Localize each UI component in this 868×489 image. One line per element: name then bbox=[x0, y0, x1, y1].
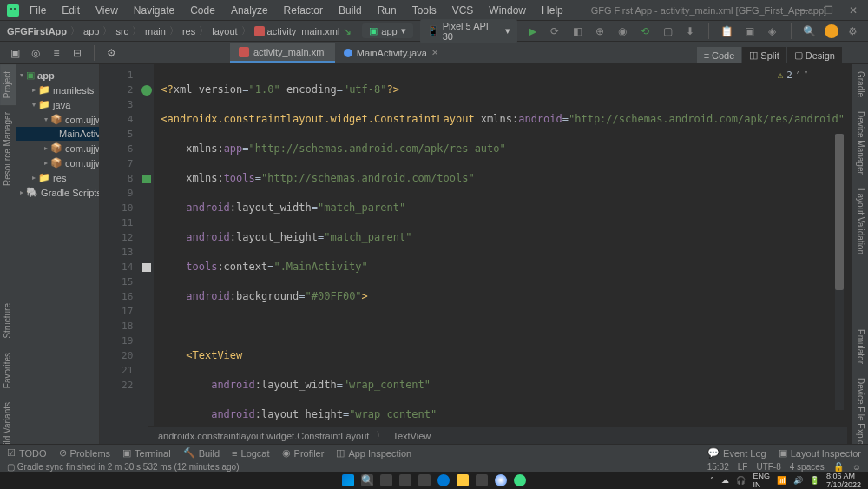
lock-icon[interactable]: 🔓 bbox=[833, 462, 844, 472]
inspection-widget[interactable]: ⚠ 2 ˄ ˅ bbox=[778, 68, 808, 83]
cursor-position[interactable]: 15:32 bbox=[707, 462, 729, 472]
breadcrumb-layout[interactable]: layout bbox=[212, 26, 237, 36]
edge-icon[interactable] bbox=[437, 474, 450, 486]
tool-btn-2[interactable]: ▣ bbox=[742, 23, 758, 39]
run-config-selector[interactable]: ▣app▾ bbox=[362, 23, 412, 38]
android-studio-taskbar-icon[interactable] bbox=[514, 474, 526, 486]
tab-activity-main[interactable]: activity_main.xml bbox=[230, 43, 335, 63]
tray-wifi-icon[interactable]: 📶 bbox=[777, 476, 786, 485]
expand-icon[interactable]: ≡ bbox=[49, 45, 64, 61]
circle-mark-icon[interactable] bbox=[141, 85, 152, 96]
tray-headset-icon[interactable]: 🎧 bbox=[736, 476, 746, 485]
collapse-icon[interactable]: ⊟ bbox=[69, 45, 85, 61]
menu-help[interactable]: Help bbox=[535, 3, 570, 18]
line-separator[interactable]: LF bbox=[738, 462, 748, 472]
user-avatar[interactable] bbox=[825, 24, 838, 38]
tab-close-icon[interactable]: ✕ bbox=[431, 48, 438, 57]
menu-vcs[interactable]: VCS bbox=[445, 3, 481, 18]
minimize-button[interactable]: — bbox=[798, 4, 808, 17]
view-split[interactable]: ◫Split bbox=[742, 47, 786, 63]
settings-icon[interactable]: ⚙ bbox=[845, 23, 861, 39]
breadcrumb-file[interactable]: activity_main.xml bbox=[254, 26, 340, 36]
search-taskbar-icon[interactable]: 🔍 bbox=[361, 474, 373, 486]
side-tab-emulator[interactable]: Emulator bbox=[852, 322, 868, 371]
debug-button[interactable]: ⟳ bbox=[547, 23, 562, 39]
tree-app[interactable]: ▾▣app bbox=[16, 68, 99, 83]
attach-debug-button[interactable]: ⊕ bbox=[592, 23, 608, 39]
maximize-button[interactable]: ❐ bbox=[824, 4, 833, 17]
side-tab-layout-validation[interactable]: Layout Validation bbox=[852, 182, 868, 261]
profile-button[interactable]: ◧ bbox=[569, 23, 585, 39]
side-tab-project[interactable]: Project bbox=[0, 64, 16, 105]
tray-language[interactable]: ENGIN bbox=[753, 472, 770, 489]
run-button[interactable]: ▶ bbox=[524, 23, 540, 39]
tree-java[interactable]: ▾📁java bbox=[16, 97, 99, 112]
sdk-button[interactable]: ⬇ bbox=[682, 23, 698, 39]
face-icon[interactable]: ☺ bbox=[852, 462, 861, 472]
project-mode-icon[interactable]: ▣ bbox=[7, 45, 23, 61]
side-tab-favorites[interactable]: Favorites bbox=[0, 346, 16, 395]
git-pull-icon[interactable]: ↘ bbox=[339, 23, 355, 39]
breadcrumb-root[interactable]: GFGFirstApp bbox=[7, 26, 67, 36]
tree-res[interactable]: ▸📁res bbox=[16, 170, 99, 185]
chat-icon[interactable] bbox=[418, 474, 431, 486]
tool-profiler[interactable]: ◉Profiler bbox=[282, 447, 325, 459]
tool-todo[interactable]: ☑TODO bbox=[7, 447, 47, 459]
tray-battery-icon[interactable]: 🔋 bbox=[810, 476, 819, 485]
breadcrumb-app[interactable]: app bbox=[83, 26, 99, 36]
side-tab-structure[interactable]: Structure bbox=[0, 296, 16, 346]
tool-build[interactable]: 🔨Build bbox=[183, 447, 220, 459]
tool-problems[interactable]: ⊘Problems bbox=[59, 447, 110, 459]
sync-button[interactable]: ⟲ bbox=[637, 23, 653, 39]
explorer-icon[interactable] bbox=[457, 474, 469, 486]
editor-scrollbar[interactable] bbox=[835, 134, 844, 410]
tool-btn-3[interactable]: ◈ bbox=[765, 23, 780, 39]
stop-button[interactable]: ◉ bbox=[615, 23, 630, 39]
tray-chevron-icon[interactable]: ˄ bbox=[710, 476, 714, 485]
color-swatch-white-icon[interactable] bbox=[142, 263, 151, 272]
color-swatch-green-icon[interactable] bbox=[142, 175, 151, 183]
avd-button[interactable]: ▢ bbox=[660, 23, 675, 39]
tray-volume-icon[interactable]: 🔊 bbox=[793, 476, 803, 485]
bc-constraint-layout[interactable]: androidx.constraintlayout.widget.Constra… bbox=[158, 431, 369, 441]
menu-run[interactable]: Run bbox=[371, 3, 404, 18]
tree-mainactivity[interactable]: MainActivity bbox=[16, 127, 99, 141]
tab-mainactivity[interactable]: MainActivity.java ✕ bbox=[335, 44, 447, 62]
close-button[interactable]: ✕ bbox=[849, 4, 858, 17]
store-icon[interactable] bbox=[476, 474, 488, 486]
view-design[interactable]: ▢Design bbox=[787, 47, 842, 63]
start-button[interactable] bbox=[342, 474, 354, 486]
menu-refactor[interactable]: Refactor bbox=[277, 3, 330, 18]
menu-edit[interactable]: Edit bbox=[55, 3, 87, 18]
menu-analyze[interactable]: Analyze bbox=[224, 3, 275, 18]
bc-textview[interactable]: TextView bbox=[392, 431, 431, 441]
menu-window[interactable]: Window bbox=[482, 3, 533, 18]
side-tab-gradle[interactable]: Gradle bbox=[852, 64, 868, 104]
menu-code[interactable]: Code bbox=[183, 3, 222, 18]
scrollbar-thumb[interactable] bbox=[835, 134, 844, 290]
tool-btn-1[interactable]: 📋 bbox=[720, 23, 735, 39]
tree-pkg3[interactable]: ▸📦com.ujjwalbharc bbox=[16, 155, 99, 170]
tool-layout-inspector[interactable]: ▣Layout Inspector bbox=[779, 447, 861, 459]
search-button[interactable]: 🔍 bbox=[802, 23, 818, 39]
tree-gradle[interactable]: ▸🐘Gradle Scripts bbox=[16, 185, 99, 200]
view-code[interactable]: ≡Code bbox=[697, 47, 742, 63]
device-selector[interactable]: 📱Pixel 5 API 30▾ bbox=[420, 19, 517, 43]
breadcrumb-src[interactable]: src bbox=[115, 26, 128, 36]
side-tab-device-manager[interactable]: Device Manager bbox=[852, 104, 868, 182]
tree-manifests[interactable]: ▸📁manifests bbox=[16, 83, 99, 97]
tool-terminal[interactable]: ▣Terminal bbox=[122, 447, 171, 459]
indent-setting[interactable]: 4 spaces bbox=[790, 462, 825, 472]
menu-navigate[interactable]: Navigate bbox=[127, 3, 181, 18]
gear-icon[interactable]: ⚙ bbox=[103, 45, 119, 61]
side-tab-resource[interactable]: Resource Manager bbox=[0, 105, 16, 193]
widgets-icon[interactable] bbox=[399, 474, 411, 486]
menu-view[interactable]: View bbox=[89, 3, 125, 18]
breadcrumb-main[interactable]: main bbox=[145, 26, 166, 36]
target-icon[interactable]: ◎ bbox=[28, 45, 43, 61]
chevron-up-icon[interactable]: ˄ bbox=[796, 68, 800, 83]
chevron-down-icon[interactable]: ˅ bbox=[804, 68, 808, 83]
tool-logcat[interactable]: ≡Logcat bbox=[232, 447, 269, 459]
menu-file[interactable]: File bbox=[23, 3, 53, 18]
tool-event-log[interactable]: 💬Event Log bbox=[707, 447, 766, 459]
